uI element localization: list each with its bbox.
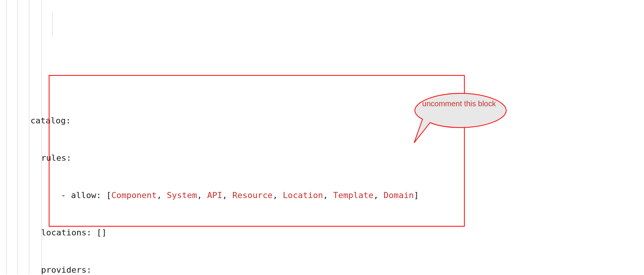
- indent-guide: [52, 12, 53, 37]
- yaml-code-block: catalog: rules: - allow: [Component, Sys…: [0, 0, 644, 275]
- yaml-allow-list: - allow: [Component, System, API, Resour…: [0, 189, 644, 201]
- indent-guide: [41, 0, 42, 62]
- indent-guide: [41, 62, 42, 274]
- yaml-key-rules: rules:: [0, 152, 644, 164]
- yaml-key-locations: locations: []: [0, 227, 644, 239]
- yaml-key-catalog: catalog:: [0, 115, 644, 127]
- yaml-key-providers: providers:: [0, 264, 644, 275]
